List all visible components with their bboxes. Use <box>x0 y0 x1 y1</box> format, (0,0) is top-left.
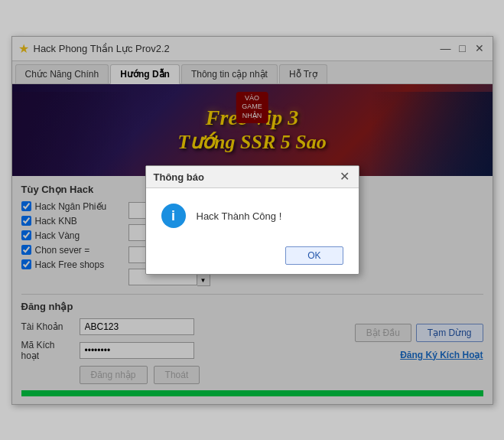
info-icon: i <box>161 204 186 228</box>
modal-title: Thông báo <box>154 171 204 183</box>
modal-dialog: Thông báo ✕ i Hack Thành Công ! OK <box>145 165 359 275</box>
modal-ok-button[interactable]: OK <box>285 246 343 265</box>
modal-footer: OK <box>146 240 359 274</box>
modal-message: Hack Thành Công ! <box>197 210 282 222</box>
main-window: ★ Hack Phong Thần Lực Prov2.2 — □ ✕ Chức… <box>11 36 493 405</box>
modal-overlay: Thông báo ✕ i Hack Thành Công ! OK <box>12 37 493 404</box>
modal-close-button[interactable]: ✕ <box>338 171 351 183</box>
modal-title-bar: Thông báo ✕ <box>146 166 359 188</box>
modal-body: i Hack Thành Công ! <box>146 188 359 240</box>
